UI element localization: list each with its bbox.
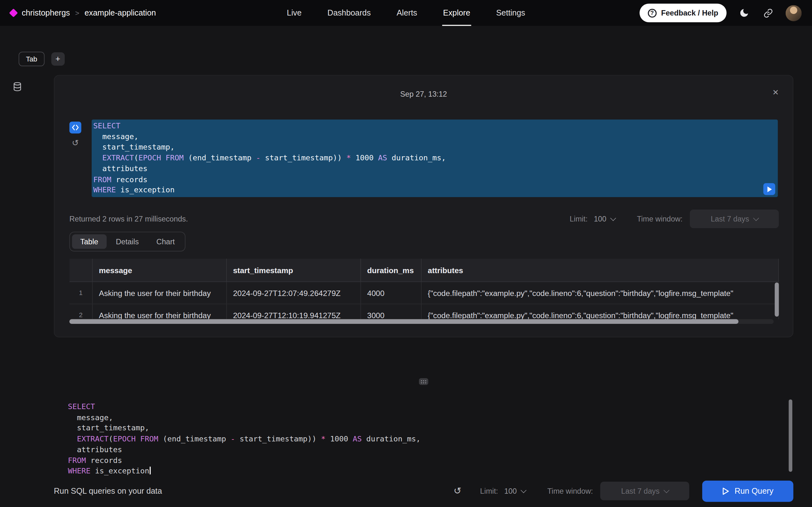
limit-select[interactable]: 100 [594,215,615,223]
breadcrumb-separator-icon: > [75,9,79,17]
time-window-select[interactable]: Last 7 days [690,210,779,228]
breadcrumb-project[interactable]: example-application [85,8,156,17]
run-query-label: Run Query [734,487,773,496]
table-header-row: messagestart_timestampduration_msattribu… [69,259,779,282]
sql-editor[interactable]: SELECT message, start_timestamp, EXTRACT… [54,398,793,475]
nav-explore[interactable]: Explore [442,0,471,26]
view-tab-details[interactable]: Details [107,234,147,249]
main-nav: LiveDashboardsAlertsExploreSettings [286,0,526,26]
col-header-message: message [93,259,227,281]
chevron-down-icon [753,215,759,221]
run-selected-query-button[interactable] [763,183,775,195]
executed-query-block: ↺ SELECT message, start_timestamp, EXTRA… [69,119,778,197]
logfire-logo-icon[interactable] [9,9,18,17]
query-tab[interactable]: Tab [19,52,44,66]
table-body: 1Asking the user for their birthday2024-… [69,282,779,320]
schema-sidebar [12,82,22,94]
theme-toggle-moon-icon[interactable] [738,7,751,19]
feedback-help-label: Feedback / Help [661,9,718,17]
cell-duration_ms: 4000 [361,282,421,304]
play-icon [722,487,729,495]
horizontal-scroll-thumb[interactable] [69,319,739,324]
footer-limit-label: Limit: [480,487,498,495]
breadcrumb: christophergs > example-application [10,8,156,17]
col-header-attributes: attributes [421,259,779,281]
cell-message: Asking the user for their birthday [93,304,227,319]
close-icon[interactable]: ✕ [772,88,779,97]
add-tab-button[interactable]: + [51,52,64,66]
editor-hint: Run SQL queries on your data [54,487,162,496]
user-avatar[interactable] [786,5,802,21]
database-icon[interactable] [12,84,22,93]
sql-mode-button[interactable] [69,122,82,134]
panel-resize-handle[interactable] [419,378,428,385]
help-icon: ? [648,9,657,17]
result-timestamp: Sep 27, 13:12 [54,90,793,98]
result-summary: Returned 2 rows in 27 milliseconds. [69,215,188,223]
query-gutter: ↺ [69,119,92,197]
cell-start_timestamp: 2024-09-27T12:07:49.264279Z [227,282,361,304]
time-window-value: Last 7 days [711,215,749,223]
footer-time-window-value: Last 7 days [621,487,659,495]
footer-bar: Run SQL queries on your data ↺ Limit: 10… [0,475,812,507]
cell-attributes: {"code.filepath":"example.py","code.line… [421,304,779,319]
chevron-down-icon [520,487,526,493]
top-navbar: christophergs > example-application Live… [0,0,812,26]
footer-limit-value: 100 [504,487,517,495]
results-table-viewport: messagestart_timestampduration_msattribu… [69,259,779,319]
row-index: 2 [69,304,93,319]
query-history-icon[interactable]: ↺ [69,138,82,148]
query-result-card: Sep 27, 13:12 ✕ ↺ SELECT message, start_… [54,75,793,337]
cell-attributes: {"code.filepath":"example.py","code.line… [421,282,779,304]
footer-limit-select[interactable]: 100 [504,487,525,495]
logfire-explore-page: christophergs > example-application Live… [0,0,812,507]
footer-time-window-label: Time window: [548,487,593,495]
limit-label: Limit: [570,215,588,223]
view-tab-table[interactable]: Table [72,234,107,249]
table-horizontal-scrollbar[interactable] [69,319,774,324]
cell-start_timestamp: 2024-09-27T12:10:19.941275Z [227,304,361,319]
editor-code[interactable]: SELECT message, start_timestamp, EXTRACT… [54,398,793,476]
nav-settings[interactable]: Settings [495,0,526,26]
run-query-button[interactable]: Run Query [702,481,793,502]
col-header-start_timestamp: start_timestamp [227,259,361,281]
footer-time-window-select[interactable]: Last 7 days [600,482,689,500]
row-index: 1 [69,282,93,304]
vertical-scroll-thumb[interactable] [774,282,779,317]
nav-alerts[interactable]: Alerts [396,0,418,26]
feedback-help-button[interactable]: ? Feedback / Help [640,3,727,22]
share-link-icon[interactable] [762,7,774,19]
time-window-label: Time window: [637,215,682,223]
result-controls: Limit: 100 Time window: Last 7 days [570,210,779,228]
nav-dashboards[interactable]: Dashboards [326,0,372,26]
executed-query-code[interactable]: SELECT message, start_timestamp, EXTRACT… [92,119,778,197]
text-cursor [150,467,151,474]
nav-live[interactable]: Live [286,0,303,26]
history-icon[interactable]: ↺ [454,485,461,497]
footer-controls: ↺ Limit: 100 Time window: Last 7 days Ru… [454,481,793,502]
col-header-index [69,259,93,281]
selected-query-code: SELECT message, start_timestamp, EXTRACT… [93,120,778,195]
table-vertical-scrollbar[interactable] [774,259,779,319]
chevron-down-icon [663,487,669,493]
cell-message: Asking the user for their birthday [93,282,227,304]
table-row[interactable]: 2Asking the user for their birthday2024-… [69,304,779,319]
results-table: messagestart_timestampduration_msattribu… [69,259,779,324]
limit-value: 100 [594,215,606,223]
breadcrumb-org[interactable]: christophergs [22,8,70,17]
view-tabs: TableDetailsChart [69,232,186,251]
editor-scrollbar[interactable] [789,399,792,472]
cell-duration_ms: 3000 [361,304,421,319]
col-header-duration_ms: duration_ms [361,259,421,281]
chevron-down-icon [610,215,616,221]
navbar-right: ? Feedback / Help [640,3,802,22]
view-tab-chart[interactable]: Chart [148,234,183,249]
table-row[interactable]: 1Asking the user for their birthday2024-… [69,282,779,304]
result-meta-row: Returned 2 rows in 27 milliseconds. Limi… [69,210,779,228]
query-tab-bar: Tab + [19,52,65,66]
